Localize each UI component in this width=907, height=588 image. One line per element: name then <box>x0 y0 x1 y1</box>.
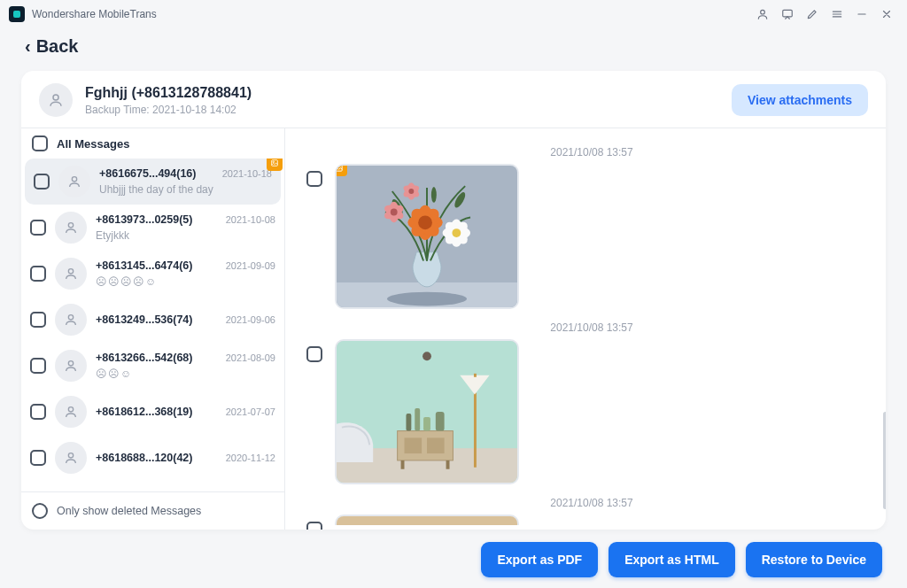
back-button[interactable]: ‹ Back <box>0 28 907 64</box>
edit-icon[interactable] <box>801 3 824 26</box>
svg-rect-12 <box>335 164 341 170</box>
message-timestamp: 2021/10/08 13:57 <box>306 321 877 334</box>
conversation-number: +8613145...6474(6) <box>96 259 192 272</box>
chevron-left-icon: ‹ <box>25 36 31 57</box>
conversation-number: +8613266...542(68) <box>96 352 192 364</box>
scrollbar[interactable] <box>883 412 886 509</box>
minimize-icon[interactable] <box>850 3 873 26</box>
conversation-item[interactable]: +8613266...542(68)2021-08-09☹☹☺ <box>21 343 284 389</box>
message-timestamp: 2021/10/08 13:57 <box>306 146 877 159</box>
svg-point-11 <box>68 453 73 458</box>
conversation-date: 2021-09-06 <box>217 314 275 325</box>
conversation-date: 2020-11-12 <box>217 453 275 463</box>
svg-rect-45 <box>446 460 450 469</box>
svg-rect-47 <box>415 408 420 431</box>
avatar-icon <box>58 166 90 197</box>
close-icon[interactable] <box>875 3 898 26</box>
svg-rect-1 <box>783 10 793 17</box>
message-row <box>306 514 877 530</box>
message-image[interactable] <box>335 514 519 525</box>
message-image[interactable] <box>335 164 519 309</box>
contact-title: Fghhjj (+8613128788841) <box>85 85 252 101</box>
back-label: Back <box>36 36 79 57</box>
avatar-icon <box>55 442 87 474</box>
conversation-item[interactable]: +8613973...0259(5)2021-10-08Etyjkkk <box>21 205 284 251</box>
message-row <box>306 164 877 309</box>
backup-time: Backup Time: 2021-10-18 14:02 <box>85 104 252 116</box>
action-bar: Export as PDF Export as HTML Restore to … <box>481 542 882 577</box>
only-deleted-label: Only show deleted Messages <box>57 505 201 517</box>
menu-icon[interactable] <box>826 3 849 26</box>
message-timestamp: 2021/10/08 13:57 <box>306 497 877 509</box>
svg-point-10 <box>68 407 73 412</box>
conversation-list: +8616675...494(16)2021-10-18Uhbjjj the d… <box>21 159 284 491</box>
conversation-item[interactable]: +8613249...536(74)2021-09-06 <box>21 297 284 343</box>
feedback-icon[interactable] <box>776 3 799 26</box>
conversation-date: 2021-08-09 <box>217 352 275 363</box>
all-messages-label: All Messages <box>57 137 129 151</box>
conversation-checkbox[interactable] <box>30 450 46 466</box>
conversation-checkbox[interactable] <box>30 404 46 420</box>
message-checkbox[interactable] <box>306 171 322 187</box>
svg-point-6 <box>68 223 73 228</box>
conversation-item[interactable]: +8616675...494(16)2021-10-18Uhbjjj the d… <box>25 159 281 205</box>
avatar-icon <box>55 396 87 428</box>
svg-point-16 <box>387 292 467 306</box>
message-thread[interactable]: 2021/10/08 13:57 <box>285 128 886 530</box>
svg-point-8 <box>68 315 73 320</box>
conversation-preview: ☹☹☹☹☺ <box>96 275 275 288</box>
conversation-number: +8616675...494(16) <box>99 167 196 180</box>
view-attachments-button[interactable]: View attachments <box>732 84 868 116</box>
only-deleted-row[interactable]: Only show deleted Messages <box>21 491 284 530</box>
all-messages-checkbox[interactable] <box>32 135 48 151</box>
avatar-icon <box>55 304 87 336</box>
conversation-item[interactable]: +8618612...368(19)2021-07-07 <box>21 389 284 435</box>
svg-point-0 <box>761 10 765 14</box>
conversation-date: 2021-09-09 <box>217 260 275 271</box>
conversation-item[interactable]: +8613145...6474(6)2021-09-09☹☹☹☹☺ <box>21 251 284 297</box>
main-panel: Fghhjj (+8613128788841) Backup Time: 202… <box>21 71 886 530</box>
conversation-checkbox[interactable] <box>34 174 50 190</box>
image-badge-icon <box>267 159 283 171</box>
svg-rect-51 <box>474 374 477 377</box>
svg-point-9 <box>68 361 73 366</box>
svg-rect-44 <box>401 460 405 469</box>
svg-rect-48 <box>423 417 430 431</box>
avatar-icon <box>55 350 87 382</box>
conversation-preview: ☹☹☺ <box>96 368 275 380</box>
user-icon[interactable] <box>751 3 774 26</box>
svg-rect-49 <box>436 412 445 431</box>
message-checkbox[interactable] <box>306 522 322 530</box>
svg-point-7 <box>68 269 73 274</box>
all-messages-row[interactable]: All Messages <box>21 128 284 159</box>
svg-point-29 <box>452 228 461 237</box>
export-html-button[interactable]: Export as HTML <box>609 542 735 577</box>
conversation-checkbox[interactable] <box>30 312 46 328</box>
conversation-checkbox[interactable] <box>30 358 46 374</box>
svg-rect-42 <box>405 437 422 453</box>
conversation-date: 2021-10-18 <box>213 168 272 179</box>
svg-point-24 <box>418 215 432 229</box>
svg-rect-46 <box>406 414 411 431</box>
svg-point-33 <box>391 209 398 216</box>
svg-point-52 <box>422 352 431 360</box>
conversation-sidebar: All Messages +8616675...494(16)2021-10-1… <box>21 128 285 530</box>
svg-rect-43 <box>427 437 445 453</box>
restore-device-button[interactable]: Restore to Device <box>746 542 882 577</box>
app-logo-icon <box>9 6 25 22</box>
avatar-icon <box>55 212 87 244</box>
svg-rect-50 <box>474 392 477 467</box>
conversation-date: 2021-07-07 <box>217 406 275 417</box>
svg-point-5 <box>273 161 275 163</box>
only-deleted-radio[interactable] <box>32 503 48 519</box>
svg-point-13 <box>337 166 338 167</box>
export-pdf-button[interactable]: Export as PDF <box>481 542 598 577</box>
contact-avatar-icon <box>39 83 73 117</box>
conversation-number: +8613973...0259(5) <box>96 213 192 226</box>
message-checkbox[interactable] <box>306 346 322 362</box>
svg-point-3 <box>72 177 76 182</box>
conversation-checkbox[interactable] <box>30 220 46 236</box>
conversation-checkbox[interactable] <box>30 266 46 282</box>
conversation-item[interactable]: +8618688...120(42)2020-11-12 <box>21 435 284 481</box>
message-image[interactable] <box>335 339 519 484</box>
